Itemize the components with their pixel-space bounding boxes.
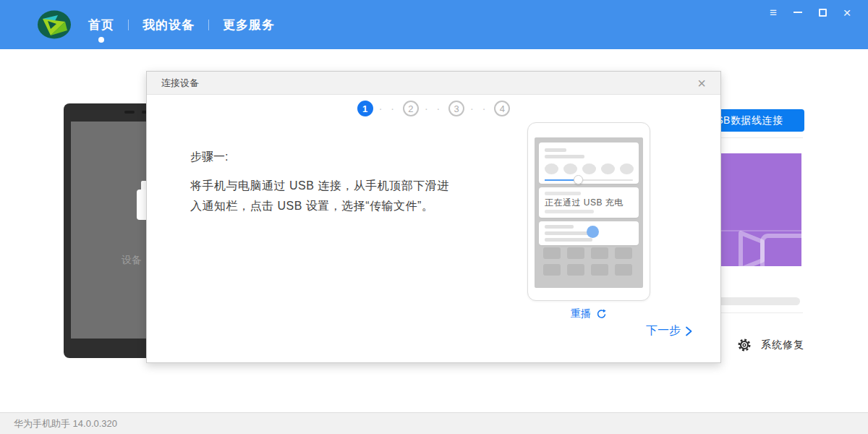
minimize-icon: [793, 12, 802, 13]
nav-item-more-services-label: 更多服务: [223, 17, 275, 33]
main-nav: 首页 我的设备 更多服务: [75, 0, 289, 49]
device-preview-phone: 设备: [64, 103, 153, 358]
app-icon-placeholder: [615, 264, 632, 276]
brightness-slider: [545, 179, 633, 181]
window-controls: ≡ ×: [761, 3, 859, 22]
tutorial-phone-screen: 正在通过 USB 充电: [535, 137, 643, 288]
step-heading: 步骤一:: [190, 150, 228, 165]
dialog-title-bar: 连接设备 ×: [147, 72, 720, 95]
hamburger-menu-icon: ≡: [770, 7, 777, 19]
connect-device-dialog: 连接设备 × 1 · · 2 · · 3 · · 4 步骤一: 将手机与电脑通过…: [146, 71, 721, 363]
system-repair-label: 系统修复: [761, 339, 804, 352]
replay-icon: [596, 309, 607, 320]
step-indicator: 1 · · 2 · · 3 · · 4: [147, 101, 720, 116]
next-step-button[interactable]: 下一步: [646, 323, 693, 339]
quick-setting-dot: [545, 163, 558, 174]
hisuite-window: 首页 我的设备 更多服务 ≡ ×: [0, 0, 868, 434]
usb-charging-notification-card: 正在通过 USB 充电: [539, 187, 639, 218]
step-circle-2: 2: [403, 101, 419, 116]
app-icon-placeholder: [615, 247, 632, 259]
nav-item-my-devices-label: 我的设备: [142, 17, 195, 33]
quick-settings-icons: [545, 163, 634, 174]
brightness-slider-thumb: [574, 175, 583, 184]
next-step-label: 下一步: [646, 323, 681, 339]
app-icons-grid: [543, 247, 632, 276]
nav-item-my-devices[interactable]: 我的设备: [129, 0, 208, 49]
quick-setting-dot: [582, 163, 596, 174]
dialog-close-button[interactable]: ×: [693, 75, 710, 92]
toggle-dot: [587, 226, 599, 238]
step-instructions-line-2: 入通知栏，点击 USB 设置，选择“传输文件”。: [190, 196, 516, 216]
quick-setting-dot: [601, 163, 615, 174]
skeleton-bar: [545, 148, 566, 152]
app-icon-placeholder: [591, 264, 608, 276]
step-dots: · ·: [378, 103, 399, 114]
device-preview-screen: [71, 122, 150, 339]
replay-button[interactable]: 重播: [527, 307, 650, 320]
chevron-right-icon: [684, 326, 693, 336]
status-bar: 华为手机助手 14.0.0.320: [0, 412, 868, 434]
dialog-title: 连接设备: [161, 72, 199, 95]
device-status-label: 设备: [122, 254, 142, 267]
close-icon: ×: [697, 75, 706, 92]
active-indicator-dot: [98, 37, 104, 43]
close-icon: ×: [843, 6, 851, 20]
app-icon-placeholder: [567, 264, 584, 276]
gear-icon: [737, 338, 752, 352]
video-camera-icon: [731, 229, 801, 266]
skeleton-bar: [545, 192, 581, 195]
nav-item-more-services[interactable]: 更多服务: [209, 0, 289, 49]
menu-button[interactable]: ≡: [761, 3, 786, 22]
skeleton-bar: [545, 231, 590, 235]
usb-charging-label: 正在通过 USB 充电: [545, 197, 624, 209]
system-repair-button[interactable]: 系统修复: [737, 336, 804, 354]
app-icon-placeholder: [543, 264, 561, 276]
step-circle-4: 4: [494, 101, 510, 116]
step-circle-3: 3: [448, 101, 464, 116]
maximize-button[interactable]: [810, 3, 835, 22]
quick-settings-card: [539, 142, 639, 184]
maximize-icon: [819, 9, 827, 17]
nav-item-home[interactable]: 首页: [75, 0, 128, 49]
close-window-button[interactable]: ×: [835, 3, 859, 22]
app-logo-icon: [36, 7, 72, 43]
phone-speaker: [124, 111, 135, 114]
app-icon-placeholder: [591, 247, 608, 259]
app-icon-placeholder: [567, 247, 584, 259]
step-circle-1: 1: [357, 101, 373, 116]
nav-item-home-label: 首页: [88, 17, 114, 33]
quick-setting-dot: [620, 163, 634, 174]
step-instructions: 将手机与电脑通过 USB 连接，从手机顶部下滑进 入通知栏，点击 USB 设置，…: [190, 176, 516, 216]
replay-label: 重播: [571, 307, 591, 320]
step-dots: · ·: [469, 103, 490, 114]
app-icon-placeholder: [543, 247, 561, 259]
minimize-button[interactable]: [786, 3, 810, 22]
step-instructions-line-1: 将手机与电脑通过 USB 连接，从手机顶部下滑进: [190, 176, 516, 196]
skeleton-bar: [545, 225, 574, 229]
step-dots: · ·: [423, 103, 444, 114]
skeleton-bar: [545, 238, 592, 242]
quick-setting-dot: [563, 163, 577, 174]
skeleton-bar: [545, 155, 584, 158]
skeleton-bar: [545, 210, 594, 213]
app-version-text: 华为手机助手 14.0.0.320: [14, 413, 117, 434]
top-bar: 首页 我的设备 更多服务 ≡ ×: [0, 0, 868, 49]
notification-card: [539, 221, 639, 245]
brightness-slider-fill: [545, 179, 577, 181]
tutorial-phone-illustration: 正在通过 USB 充电: [527, 122, 650, 301]
